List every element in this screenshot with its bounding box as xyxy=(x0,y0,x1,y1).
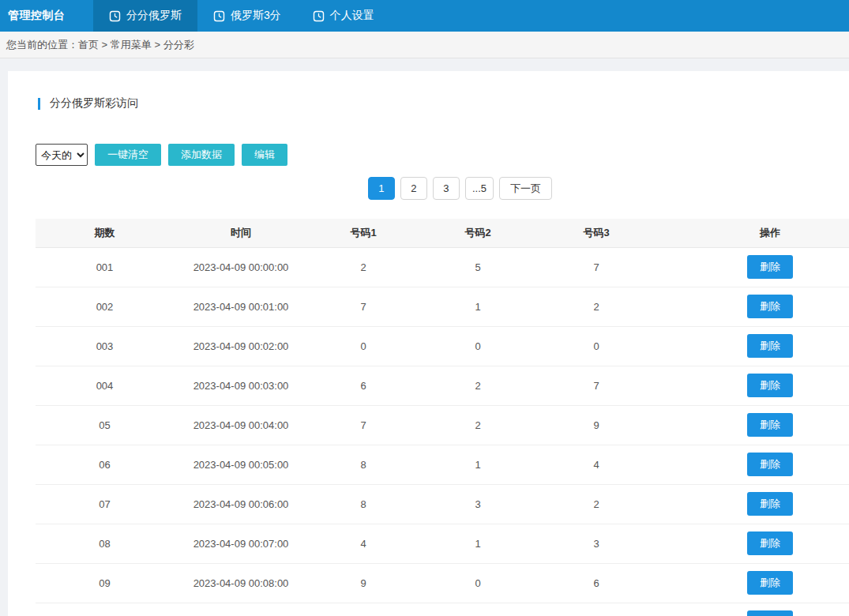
cell-number3: 7 xyxy=(537,247,656,287)
date-filter-select[interactable]: 今天的 xyxy=(36,144,88,166)
breadcrumb: 您当前的位置：首页 > 常用菜单 > 分分彩 xyxy=(6,38,194,52)
cell-actions: 删除 xyxy=(656,524,849,563)
cell-number3: 4 xyxy=(537,445,656,484)
cell-actions: 删除 xyxy=(656,287,849,326)
cell-number2: 1 xyxy=(419,445,537,484)
column-header: 操作 xyxy=(656,219,849,247)
content-card: 分分俄罗斯彩访问 今天的 一键清空 添加数据 编辑 123...5 下一页 期数… xyxy=(8,71,849,616)
cell-time: 2023-04-09 00:07:00 xyxy=(174,524,308,563)
cell-time xyxy=(174,603,308,616)
cell-number2: 1 xyxy=(419,287,537,326)
delete-button[interactable]: 删除 xyxy=(747,531,793,555)
breadcrumb-bar: 您当前的位置：首页 > 常用菜单 > 分分彩 xyxy=(0,32,849,58)
cell-number2: 1 xyxy=(419,524,537,563)
nav-item-label: 俄罗斯3分 xyxy=(231,9,281,23)
table-row: 删除 xyxy=(36,603,849,616)
cell-period: 09 xyxy=(36,563,174,603)
cell-number2: 2 xyxy=(419,405,537,445)
cell-period: 001 xyxy=(36,247,174,287)
clock-icon xyxy=(109,10,121,22)
page-title: 分分俄罗斯彩访问 xyxy=(50,96,138,111)
delete-button[interactable]: 删除 xyxy=(747,492,793,516)
cell-period: 003 xyxy=(36,326,174,366)
brand-title: 管理控制台 xyxy=(0,0,93,32)
cell-number3: 0 xyxy=(537,326,656,366)
cell-number1: 9 xyxy=(308,563,419,603)
topbar: 管理控制台 分分俄罗斯 俄罗斯3分 个人设置 xyxy=(0,0,849,32)
cell-number3: 3 xyxy=(537,524,656,563)
column-header: 时间 xyxy=(174,219,308,247)
nav-item[interactable]: 个人设置 xyxy=(297,0,390,32)
cell-actions: 删除 xyxy=(656,405,849,445)
cell-number2 xyxy=(419,603,537,616)
cell-number2: 2 xyxy=(419,366,537,405)
table-header-row: 期数时间号码1号码2号码3操作 xyxy=(36,219,849,247)
cell-actions: 删除 xyxy=(656,366,849,405)
results-table: 期数时间号码1号码2号码3操作 001 2023-04-09 00:00:00 … xyxy=(36,219,849,616)
panel-title: 分分俄罗斯彩访问 xyxy=(38,96,849,111)
table-row: 001 2023-04-09 00:00:00 2 5 7 删除 xyxy=(36,247,849,287)
table-row: 05 2023-04-09 00:04:00 7 2 9 删除 xyxy=(36,405,849,445)
nav-item[interactable]: 分分俄罗斯 xyxy=(93,0,197,32)
cell-period: 002 xyxy=(36,287,174,326)
title-accent-bar xyxy=(38,98,40,110)
delete-button[interactable]: 删除 xyxy=(747,453,793,476)
nav-item-label: 分分俄罗斯 xyxy=(126,9,182,23)
cell-number1: 4 xyxy=(308,524,419,563)
table-row: 002 2023-04-09 00:01:00 7 1 2 删除 xyxy=(36,287,849,326)
topnav: 分分俄罗斯 俄罗斯3分 个人设置 xyxy=(93,0,390,32)
delete-button[interactable]: 删除 xyxy=(747,374,793,397)
table-body: 001 2023-04-09 00:00:00 2 5 7 删除 002 202… xyxy=(36,247,849,616)
delete-button[interactable]: 删除 xyxy=(747,413,793,437)
cell-number2: 5 xyxy=(419,247,537,287)
cell-number1: 7 xyxy=(308,287,419,326)
table-row: 06 2023-04-09 00:05:00 8 1 4 删除 xyxy=(36,445,849,484)
page-button-active[interactable]: 1 xyxy=(368,177,395,200)
column-header: 期数 xyxy=(36,219,174,247)
page-button[interactable]: 2 xyxy=(400,177,427,200)
next-page-button[interactable]: 下一页 xyxy=(499,177,552,200)
cell-number3: 2 xyxy=(537,484,656,524)
column-header: 号码2 xyxy=(419,219,537,247)
cell-number1: 8 xyxy=(308,445,419,484)
cell-number1 xyxy=(308,603,419,616)
clock-icon xyxy=(313,10,325,22)
cell-actions: 删除 xyxy=(656,484,849,524)
column-header: 号码3 xyxy=(537,219,656,247)
edit-button[interactable]: 编辑 xyxy=(242,144,287,166)
delete-button[interactable]: 删除 xyxy=(747,255,793,279)
cell-number1: 0 xyxy=(308,326,419,366)
cell-actions: 删除 xyxy=(656,445,849,484)
cell-time: 2023-04-09 00:00:00 xyxy=(174,247,308,287)
delete-button[interactable]: 删除 xyxy=(747,295,793,318)
column-header: 号码1 xyxy=(308,219,419,247)
cell-number1: 2 xyxy=(308,247,419,287)
table-row: 07 2023-04-09 00:06:00 8 3 2 删除 xyxy=(36,484,849,524)
nav-item-label: 个人设置 xyxy=(330,9,374,23)
clock-icon xyxy=(213,10,225,22)
cell-time: 2023-04-09 00:01:00 xyxy=(174,287,308,326)
table-wrap: 期数时间号码1号码2号码3操作 001 2023-04-09 00:00:00 … xyxy=(36,219,849,616)
table-row: 09 2023-04-09 00:08:00 9 0 6 删除 xyxy=(36,563,849,603)
delete-button[interactable]: 删除 xyxy=(747,571,793,595)
table-row: 004 2023-04-09 00:03:00 6 2 7 删除 xyxy=(36,366,849,405)
cell-time: 2023-04-09 00:03:00 xyxy=(174,366,308,405)
table-row: 003 2023-04-09 00:02:00 0 0 0 删除 xyxy=(36,326,849,366)
cell-time: 2023-04-09 00:05:00 xyxy=(174,445,308,484)
page-button[interactable]: 3 xyxy=(433,177,460,200)
add-data-button[interactable]: 添加数据 xyxy=(168,144,235,166)
page-button[interactable]: ...5 xyxy=(465,177,494,200)
cell-time: 2023-04-09 00:08:00 xyxy=(174,563,308,603)
clear-all-button[interactable]: 一键清空 xyxy=(95,144,161,166)
cell-period: 05 xyxy=(36,405,174,445)
controls-row: 今天的 一键清空 添加数据 编辑 xyxy=(36,144,849,166)
cell-time: 2023-04-09 00:04:00 xyxy=(174,405,308,445)
nav-item[interactable]: 俄罗斯3分 xyxy=(197,0,297,32)
cell-number3: 9 xyxy=(537,405,656,445)
cell-number3: 7 xyxy=(537,366,656,405)
delete-button[interactable]: 删除 xyxy=(747,610,793,616)
delete-button[interactable]: 删除 xyxy=(747,334,793,358)
cell-actions: 删除 xyxy=(656,247,849,287)
cell-number3: 6 xyxy=(537,563,656,603)
cell-number2: 0 xyxy=(419,326,537,366)
